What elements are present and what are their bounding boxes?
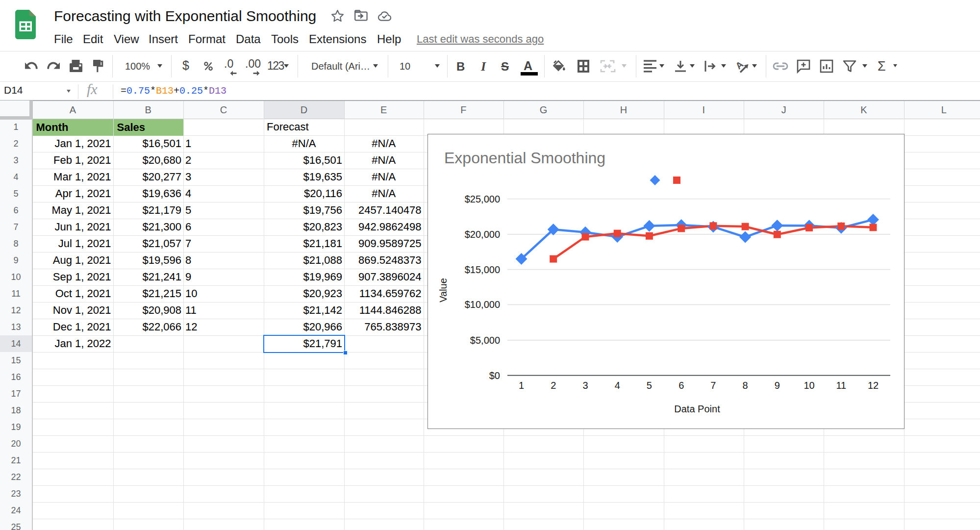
svg-text:8: 8 (743, 380, 748, 391)
svg-text:7: 7 (710, 380, 716, 391)
svg-text:$15,000: $15,000 (465, 264, 500, 275)
svg-text:3: 3 (582, 380, 588, 391)
svg-text:Data Point: Data Point (674, 404, 720, 414)
svg-text:$10,000: $10,000 (465, 299, 500, 310)
svg-text:$5,000: $5,000 (470, 335, 500, 346)
svg-text:$0: $0 (489, 370, 500, 381)
svg-text:11: 11 (836, 380, 846, 391)
svg-text:12: 12 (868, 380, 879, 391)
svg-text:1: 1 (519, 380, 524, 391)
svg-text:4: 4 (615, 380, 620, 391)
svg-text:10: 10 (804, 380, 814, 391)
svg-text:$20,000: $20,000 (465, 229, 500, 240)
svg-text:Value: Value (438, 278, 449, 303)
svg-text:Exponential Smoothing: Exponential Smoothing (444, 149, 605, 167)
svg-text:9: 9 (775, 380, 780, 391)
svg-text:$25,000: $25,000 (465, 194, 500, 204)
svg-text:2: 2 (551, 380, 556, 391)
svg-text:6: 6 (678, 380, 684, 391)
svg-text:5: 5 (647, 380, 652, 391)
